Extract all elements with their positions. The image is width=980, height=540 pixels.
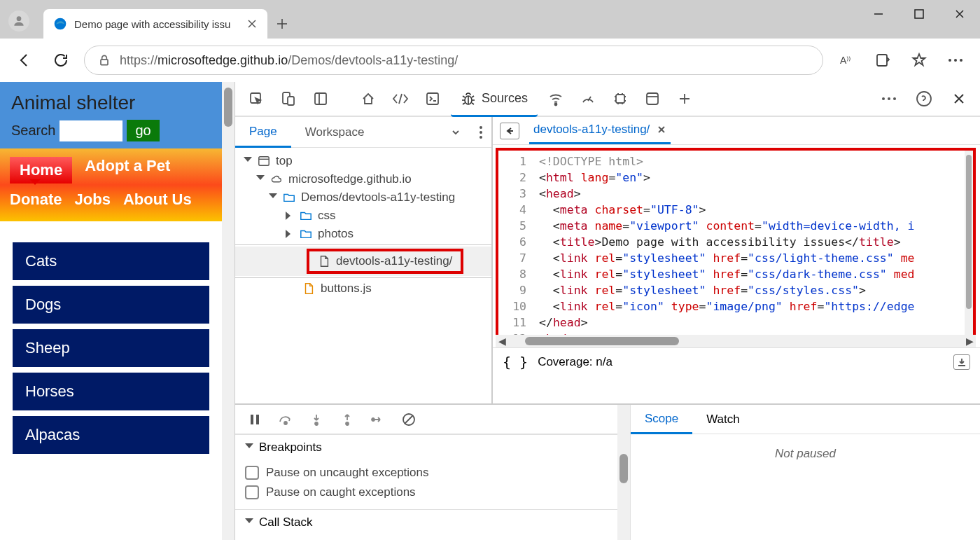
back-button[interactable] bbox=[11, 47, 38, 74]
editor-footer: { } Coverage: n/a bbox=[493, 347, 980, 375]
profile-button[interactable] bbox=[8, 11, 29, 32]
navigator-more-button[interactable] bbox=[470, 125, 491, 139]
tree-top[interactable]: top bbox=[235, 152, 491, 170]
callstack-section[interactable]: Call Stack bbox=[235, 510, 617, 535]
editor-pane: devtools-a11y-testing/ 123456789101112 <… bbox=[493, 117, 980, 403]
refresh-button[interactable] bbox=[48, 47, 74, 74]
nav-jobs[interactable]: Jobs bbox=[75, 191, 111, 209]
new-tab-button[interactable] bbox=[267, 9, 297, 39]
category-link[interactable]: Sheep bbox=[13, 329, 209, 367]
help-button[interactable] bbox=[910, 85, 938, 113]
inspect-button[interactable] bbox=[242, 85, 270, 113]
page-header: Animal shelter Search go bbox=[0, 82, 222, 148]
svg-text:A⁾⁾: A⁾⁾ bbox=[840, 55, 850, 66]
window-titlebar: Demo page with accessibility issu bbox=[0, 0, 980, 39]
pretty-print-button[interactable]: { } bbox=[503, 354, 528, 371]
category-link[interactable]: Dogs bbox=[13, 286, 209, 324]
browser-tab[interactable]: Demo page with accessibility issu bbox=[43, 9, 267, 39]
svg-point-0 bbox=[17, 16, 22, 21]
search-input[interactable] bbox=[59, 120, 122, 141]
workspace-tab[interactable]: Workspace bbox=[291, 117, 470, 148]
editor-vscrollbar[interactable] bbox=[965, 151, 973, 340]
tree-folder[interactable]: Demos/devtools-a11y-testing bbox=[235, 188, 491, 207]
step-into-button[interactable] bbox=[308, 411, 325, 428]
url-text: https://microsoftedge.github.io/Demos/de… bbox=[120, 53, 458, 68]
pause-uncaught-checkbox[interactable]: Pause on uncaught exceptions bbox=[245, 463, 608, 483]
pause-button[interactable] bbox=[246, 411, 263, 428]
maximize-button[interactable] bbox=[899, 0, 939, 28]
settings-menu-button[interactable] bbox=[942, 47, 969, 74]
scope-tab[interactable]: Scope bbox=[631, 405, 692, 434]
nav-home[interactable]: Home bbox=[10, 157, 72, 184]
close-icon[interactable] bbox=[657, 125, 666, 134]
svg-rect-17 bbox=[647, 93, 658, 104]
svg-point-18 bbox=[882, 97, 885, 100]
page-tab[interactable]: Page bbox=[235, 117, 291, 148]
panel-button[interactable] bbox=[307, 85, 335, 113]
tree-js-file[interactable]: buttons.js bbox=[235, 279, 491, 298]
file-tree: top microsoftedge.github.io Demos/devtoo… bbox=[235, 148, 491, 302]
sources-tab[interactable]: Sources bbox=[451, 82, 538, 117]
debugger-controls bbox=[235, 405, 617, 434]
site-info-icon[interactable] bbox=[97, 53, 111, 67]
source-code-viewer[interactable]: 123456789101112 <!DOCTYPE html> <html la… bbox=[496, 148, 976, 342]
download-button[interactable] bbox=[953, 354, 970, 370]
watch-tab[interactable]: Watch bbox=[692, 405, 754, 434]
category-link[interactable]: Cats bbox=[13, 242, 209, 280]
app-tab[interactable] bbox=[638, 85, 666, 113]
editor-file-tab[interactable]: devtools-a11y-testing/ bbox=[529, 117, 671, 144]
svg-point-21 bbox=[917, 92, 931, 106]
search-go-button[interactable]: go bbox=[127, 120, 159, 141]
main-area: Animal shelter Search go Home Adopt a Pe… bbox=[0, 82, 980, 540]
tree-css-folder[interactable]: css bbox=[235, 207, 491, 225]
devtools-more-button[interactable] bbox=[875, 85, 903, 113]
more-tabs-button[interactable] bbox=[671, 85, 699, 113]
favorite-button[interactable] bbox=[906, 47, 932, 74]
tree-photos-folder[interactable]: photos bbox=[235, 225, 491, 243]
collections-button[interactable] bbox=[869, 47, 896, 74]
device-button[interactable] bbox=[274, 85, 302, 113]
pause-caught-checkbox[interactable]: Pause on caught exceptions bbox=[245, 483, 608, 502]
nav-donate[interactable]: Donate bbox=[10, 191, 62, 209]
step-over-button[interactable] bbox=[277, 411, 294, 428]
close-window-button[interactable] bbox=[939, 0, 980, 28]
tree-index-file[interactable]: devtools-a11y-testing/ bbox=[235, 247, 491, 276]
category-link[interactable]: Alpacas bbox=[13, 416, 209, 454]
read-aloud-button[interactable]: A⁾⁾ bbox=[833, 47, 860, 74]
devtools-panel: Sources Page Workspace bbox=[234, 82, 980, 540]
elements-tab[interactable] bbox=[386, 85, 414, 113]
bug-icon bbox=[461, 91, 476, 106]
window-icon bbox=[258, 155, 270, 167]
category-link[interactable]: Horses bbox=[13, 373, 209, 410]
minimize-button[interactable] bbox=[858, 0, 899, 28]
debugger-left-scrollbar[interactable] bbox=[617, 405, 630, 540]
page-scrollbar[interactable] bbox=[222, 82, 234, 540]
svg-rect-3 bbox=[101, 60, 108, 65]
step-out-button[interactable] bbox=[339, 411, 356, 428]
devtools-tabbar: Sources bbox=[235, 82, 980, 117]
folder-icon bbox=[300, 228, 312, 240]
editor-hscrollbar[interactable]: ◀▶ bbox=[496, 335, 976, 347]
network-tab[interactable] bbox=[542, 85, 570, 113]
not-paused-message: Not paused bbox=[631, 434, 980, 540]
memory-tab[interactable] bbox=[606, 85, 634, 113]
address-bar[interactable]: https://microsoftedge.github.io/Demos/de… bbox=[84, 46, 823, 75]
breakpoints-section[interactable]: Breakpoints bbox=[235, 435, 617, 460]
close-tab-icon[interactable] bbox=[246, 18, 258, 29]
scope-pane: Scope Watch Not paused bbox=[630, 405, 980, 540]
navigate-back-button[interactable] bbox=[500, 123, 519, 139]
search-label: Search bbox=[11, 123, 55, 139]
svg-rect-27 bbox=[256, 415, 259, 424]
nav-about[interactable]: About Us bbox=[123, 191, 192, 209]
console-tab[interactable] bbox=[419, 85, 447, 113]
svg-point-29 bbox=[315, 422, 318, 425]
performance-tab[interactable] bbox=[574, 85, 602, 113]
nav-adopt[interactable]: Adopt a Pet bbox=[85, 157, 170, 184]
deactivate-breakpoints-button[interactable] bbox=[400, 411, 417, 428]
step-button[interactable] bbox=[370, 411, 386, 428]
tree-origin[interactable]: microsoftedge.github.io bbox=[235, 170, 491, 188]
close-devtools-button[interactable] bbox=[945, 85, 973, 113]
folder-icon bbox=[300, 209, 312, 222]
category-list: Cats Dogs Sheep Horses Alpacas bbox=[0, 221, 222, 466]
welcome-tab[interactable] bbox=[354, 85, 382, 113]
